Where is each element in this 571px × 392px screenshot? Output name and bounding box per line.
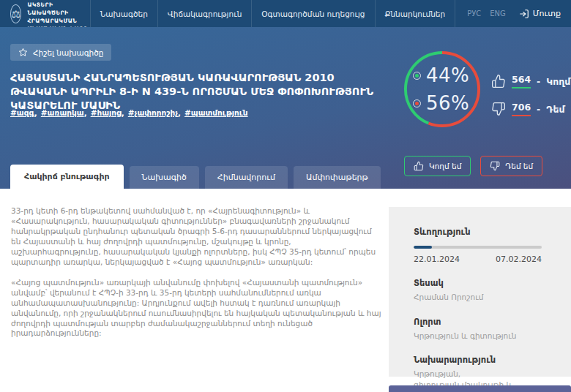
type-value: Հրաման Որոշում [414,292,542,303]
for-percentage: 44% [426,64,469,86]
description-paragraph: «Հայոց պատմություն» առարկայի անվանումը փ… [11,278,381,339]
hashtag-list: #ազգ,#առարկա,#հայոց,#չափորոշիչ,#պատմությ… [10,108,248,117]
top-navigation: Նախագծեր Վիճակագրություն Օգտագործման ուղ… [90,0,564,27]
type-item: Տեսակ Հրաման Որոշում [414,278,542,303]
tab-summary-sheet[interactable]: Ամփոփաթերթ [294,166,381,189]
remember-draft-button[interactable]: Հիշել նախագիծը [10,44,111,61]
vote-buttons: Կողմ եմ Դեմ եմ [404,156,542,176]
draft-hero-section: Հիշել նախագիծը ՀԱՅԱՍՏԱՆԻ ՀԱՆՐԱՊԵՏՈՒԹՅԱՆ … [0,27,571,189]
draft-meta-card: Տևողություն 22.01.2024 07.02.2024 Տեսակ … [389,207,571,377]
vote-against-button[interactable]: Դեմ եմ [480,156,542,176]
against-count: 706 [512,102,531,116]
for-percentage-row: 44% [413,64,469,86]
hashtag-separator: , [178,108,181,117]
thumbs-down-icon [491,102,506,116]
login-button[interactable]: Մուտք [513,0,564,27]
draft-tabs: Հակիրճ բնութագիր Նախագիծ Հիմնավորում Ամփ… [10,165,381,189]
vote-donut-chart: 44% 56% [403,50,482,129]
against-percentage: 56% [426,92,469,114]
thumbs-up-icon [414,161,424,171]
duration-dates: 22.01.2024 07.02.2024 [414,255,542,264]
hashtag-separator: , [34,108,37,117]
counter-separator: - [537,104,540,115]
sector-item: Ոլորտ Կրթություն և գիտություն [414,317,542,342]
vote-for-label: Կողմ եմ [429,162,461,170]
lang-rus[interactable]: РУС [463,10,485,18]
red-dot-icon [413,99,421,108]
nav-item-discussions[interactable]: Քննարկումներ [375,0,455,27]
scales-emblem-icon: ⚖ [10,4,21,23]
hashtag[interactable]: #առարկա [41,108,84,117]
main-area: 33-րդ կետի 6-րդ ենթակետով սահմանված է, ո… [0,189,571,392]
thumbs-up-icon [491,74,506,88]
end-date: 07.02.2024 [496,255,542,264]
sector-value: Կրթություն և գիտություն [414,331,542,342]
description-paragraph: 33-րդ կետի 6-րդ ենթակետով սահմանված է, ո… [11,206,381,268]
nav-item-drafts[interactable]: Նախագծեր [90,0,157,27]
tab-justification[interactable]: Հիմնավորում [205,166,288,189]
green-dot-icon [413,72,421,80]
top-bar: ⚖ ԻՐԱՎԱԿԱՆ ԱԿՏԵՐԻ ՆԱԽԱԳԾԵՐԻ ՀՐԱՊԱՐԱԿՄԱՆ … [0,0,571,27]
remember-draft-label: Հիշել նախագիծը [33,48,103,57]
bottom-panel-partial[interactable] [389,385,571,392]
for-count: 564 [512,74,531,88]
vote-percentages: 44% 56% [403,50,482,129]
for-count-label: Կողմ [546,76,570,87]
vote-against-label: Դեմ եմ [505,162,533,170]
log-in-icon [519,9,529,19]
tab-brief-description[interactable]: Հակիրճ բնութագիր [10,165,124,189]
site-logo[interactable]: ⚖ ԻՐԱՎԱԿԱՆ ԱԿՏԵՐԻ ՆԱԽԱԳԾԵՐԻ ՀՐԱՊԱՐԱԿՄԱՆ … [10,0,90,27]
start-date: 22.01.2024 [414,255,460,264]
brief-description-content: 33-րդ կետի 6-րդ ենթակետով սահմանված է, ո… [11,206,381,349]
sector-label: Ոլորտ [414,317,542,327]
hashtag[interactable]: #հայոց [91,108,122,117]
against-count-label: Դեմ [546,104,564,115]
logo-line-1: ԻՐԱՎԱԿԱՆ ԱԿՏԵՐԻ ՆԱԽԱԳԾԵՐԻ [27,0,89,18]
counter-separator: - [537,76,540,87]
star-icon [18,48,28,57]
duration-progress [414,246,542,249]
hashtag-separator: , [122,108,124,117]
lang-eng[interactable]: ENG [485,10,510,18]
against-counter-row: 706 - Դեմ [491,102,570,116]
nav-item-usage-guide[interactable]: Օգտագործման ուղեցույց [251,0,374,27]
vote-counters: 564 - Կողմ 706 - Դեմ [491,74,570,116]
for-counter-row: 564 - Կողմ [491,74,570,88]
thumbs-down-icon [490,161,500,171]
duration-progress-fill [414,246,432,249]
against-percentage-row: 56% [413,92,469,114]
language-switcher: РУС ENG [455,0,513,27]
vote-for-button[interactable]: Կողմ եմ [404,156,471,176]
nav-item-statistics[interactable]: Վիճակագրություն [157,0,252,27]
type-label: Տեսակ [414,278,542,288]
tab-draft[interactable]: Նախագիծ [130,166,199,189]
hashtag[interactable]: #պատմություն [184,108,248,117]
draft-title: ՀԱՅԱՍՏԱՆԻ ՀԱՆՐԱՊԵՏՈՒԹՅԱՆ ԿԱՌԱՎԱՐՈՒԹՅԱՆ 2… [10,71,384,113]
login-label: Մուտք [533,9,561,18]
duration-label: Տևողություն [414,227,542,237]
hashtag[interactable]: #չափորոշիչ [128,108,178,117]
ministry-label: Նախարարություն [414,355,542,365]
hashtag[interactable]: #ազգ [10,108,34,117]
hashtag-separator: , [84,108,87,117]
